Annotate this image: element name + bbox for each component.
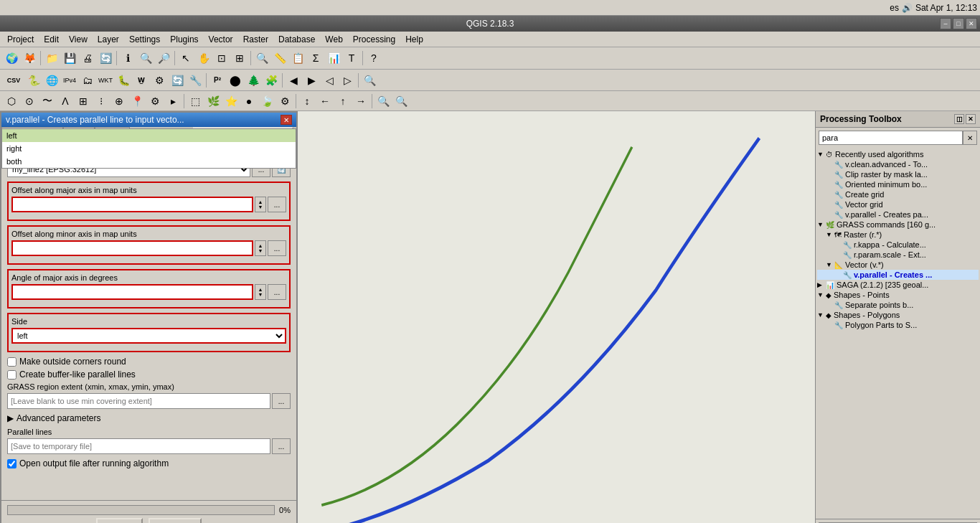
menu-database[interactable]: Database — [274, 33, 319, 46]
zoom-in-btn[interactable]: 🔍 — [137, 50, 154, 67]
measure-btn[interactable]: 📏 — [271, 50, 288, 67]
calculator-btn[interactable]: 📊 — [325, 50, 342, 67]
nav-up-btn[interactable]: ↑ — [334, 93, 352, 110]
dialog-close-button[interactable]: ✕ — [281, 115, 292, 125]
text2-btn[interactable]: W̲ — [133, 72, 150, 89]
gear2-btn[interactable]: ⚙ — [276, 93, 293, 110]
tree-btn[interactable]: 🌲 — [245, 72, 262, 89]
select-btn[interactable]: ↖ — [177, 50, 194, 67]
zoom-extent-btn[interactable]: ⊡ — [213, 50, 230, 67]
advanced-params-header[interactable]: ▶ Advanced parameters — [7, 413, 291, 423]
tree-item[interactable]: 🔧r.param.scale - Ext... — [817, 250, 979, 260]
nav-left-btn[interactable]: ← — [316, 93, 334, 110]
python-btn[interactable]: 🐍 — [25, 72, 42, 89]
bug-btn[interactable]: 🐛 — [115, 72, 132, 89]
checkbox-buffer[interactable] — [7, 370, 17, 380]
side-select[interactable]: left right both — [11, 328, 286, 344]
offset-minor-input[interactable]: 5 — [11, 240, 253, 256]
tree-item[interactable]: 🔧Polygon Parts to S... — [817, 320, 979, 330]
menu-settings[interactable]: Settings — [125, 33, 164, 46]
open-project-btn[interactable]: 📁 — [43, 50, 60, 67]
tree-item[interactable]: ▼🌿GRASS commands [160 g... — [817, 220, 979, 230]
menu-web[interactable]: Web — [321, 33, 347, 46]
refresh-btn[interactable]: 🔄 — [97, 50, 114, 67]
offset-major-input[interactable]: 5 — [11, 197, 253, 212]
tree-item[interactable]: 🔧Create grid — [817, 189, 979, 199]
grass-region-browse-button[interactable]: ... — [272, 393, 291, 409]
arrow-left2-btn[interactable]: ◁ — [321, 72, 338, 89]
pin-btn[interactable]: 📍 — [128, 93, 146, 110]
search-input[interactable] — [819, 131, 963, 145]
tree-item[interactable]: ▼📐Vector (v.*) — [817, 260, 979, 270]
offset-major-spinner[interactable]: ▲▼ — [255, 197, 266, 212]
offset-major-dots-button[interactable]: ... — [268, 197, 286, 212]
identify-btn[interactable]: 🔍 — [253, 50, 270, 67]
menu-help[interactable]: Help — [401, 33, 428, 46]
wrench-btn[interactable]: 🔧 — [187, 72, 204, 89]
menu-plugins[interactable]: Plugins — [166, 33, 202, 46]
app-icon[interactable]: 🌍 — [3, 50, 20, 67]
parallel-lines-browse-button[interactable]: ... — [272, 438, 291, 454]
checkbox-round-corners[interactable] — [7, 357, 17, 367]
arrow-left-btn[interactable]: ◀ — [285, 72, 302, 89]
menu-raster[interactable]: Raster — [239, 33, 273, 46]
puzzle-btn[interactable]: 🧩 — [263, 72, 280, 89]
offset-minor-dots-button[interactable]: ... — [268, 240, 286, 256]
window-controls[interactable]: – □ ✕ — [940, 18, 977, 29]
stats-btn[interactable]: Σ — [307, 50, 324, 67]
open-output-checkbox[interactable] — [7, 459, 17, 468]
lambda-btn[interactable]: Λ — [57, 93, 74, 110]
ipv4-btn[interactable]: IPv4 — [61, 72, 78, 89]
side-option-both[interactable]: both — [2, 155, 296, 168]
run-button[interactable]: Run — [96, 518, 143, 523]
zoom-out-btn[interactable]: 🔎 — [155, 50, 172, 67]
zoom-glass-btn[interactable]: 🔍 — [374, 93, 392, 110]
tree-item[interactable]: 🔧r.kappa - Calculate... — [817, 240, 979, 250]
zoom-plus-btn[interactable]: 🔍 — [392, 93, 410, 110]
circle-zoom-btn[interactable]: ⊙ — [21, 93, 38, 110]
tree-item[interactable]: 🔧v.clean.advanced - To... — [817, 159, 979, 169]
attribute-btn[interactable]: 📋 — [289, 50, 306, 67]
tree-item[interactable]: ▼◆Shapes - Polygons — [817, 310, 979, 320]
csv-btn[interactable]: CSV — [3, 72, 24, 89]
grid-btn[interactable]: ⊞ — [75, 93, 92, 110]
pan-btn[interactable]: ✋ — [195, 50, 212, 67]
tree-item[interactable]: ▼◆Shapes - Points — [817, 290, 979, 300]
panel-pin-button[interactable]: ◫ — [954, 114, 964, 124]
grass-btn[interactable]: 🌿 — [204, 93, 222, 110]
search-clear-button[interactable]: ✕ — [963, 131, 977, 145]
ball-btn[interactable]: ● — [240, 93, 258, 110]
menu-project[interactable]: Project — [3, 33, 38, 46]
save-project-btn[interactable]: 💾 — [61, 50, 78, 67]
menu-layer[interactable]: Layer — [93, 33, 123, 46]
more-btn[interactable]: ▸ — [164, 93, 182, 110]
menu-vector[interactable]: Vector — [204, 33, 237, 46]
gear-btn[interactable]: ⚙ — [151, 72, 168, 89]
side-dropdown-list[interactable]: left right both — [1, 145, 296, 169]
star-btn[interactable]: ⭐ — [222, 93, 240, 110]
settings-gear-btn[interactable]: ⚙ — [146, 93, 164, 110]
search-glass-btn[interactable]: 🔍 — [361, 72, 378, 89]
nav-right-btn[interactable]: → — [352, 93, 369, 110]
firefox-icon[interactable]: 🦊 — [21, 50, 38, 67]
grass-region-input[interactable] — [7, 393, 270, 409]
tree-item[interactable]: ▶📊SAGA (2.1.2) [235 geoal... — [817, 280, 979, 290]
menu-processing[interactable]: Processing — [349, 33, 400, 46]
sphere-btn[interactable]: ⬤ — [227, 72, 244, 89]
arrow-right-btn[interactable]: ▶ — [303, 72, 320, 89]
angle-spinner[interactable]: ▲▼ — [255, 284, 266, 300]
refresh2-btn[interactable]: 🔄 — [169, 72, 186, 89]
offset-minor-spinner[interactable]: ▲▼ — [255, 240, 266, 256]
maximize-button[interactable]: □ — [953, 18, 964, 29]
tree-item[interactable]: 🔧v.parallel - Creates ... — [817, 270, 979, 280]
hexagon-btn[interactable]: ⬡ — [3, 93, 20, 110]
tree-item[interactable]: 🔧Separate points b... — [817, 300, 979, 310]
menu-edit[interactable]: Edit — [39, 33, 63, 46]
wkt-btn[interactable]: WKT — [97, 72, 114, 89]
nav-arrows-btn[interactable]: ↕ — [298, 93, 316, 110]
minimize-button[interactable]: – — [940, 18, 951, 29]
panel-close-button[interactable]: ✕ — [966, 114, 976, 124]
side-option-right[interactable]: right — [2, 145, 296, 155]
info-btn[interactable]: ℹ — [119, 50, 136, 67]
tree-item[interactable]: 🔧v.parallel - Creates pa... — [817, 209, 979, 220]
